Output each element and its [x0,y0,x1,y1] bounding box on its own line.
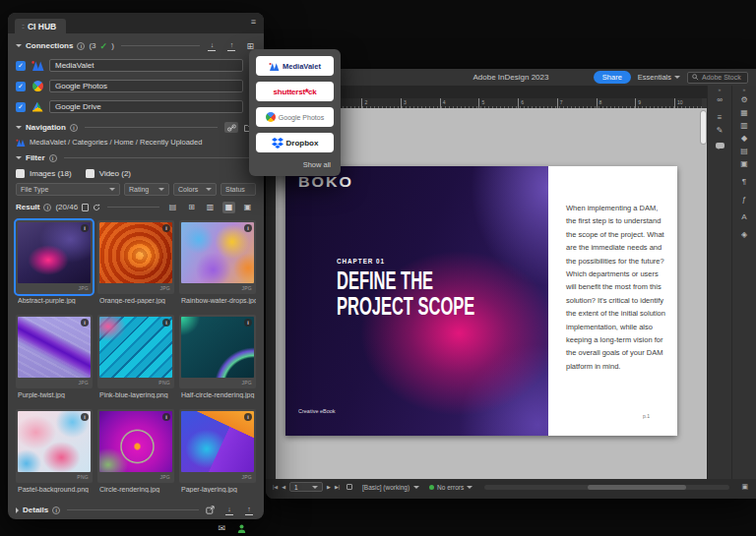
show-all-link[interactable]: Show all [256,158,334,171]
color-panel-icon[interactable]: ▣ [740,157,748,170]
connection-checkbox[interactable]: ✓ [16,102,26,112]
gradient-panel-icon[interactable]: ◈ [741,228,747,241]
asset-thumbnail[interactable]: i JPG Abstract-purple.jpg [16,220,93,304]
annotate-panel-icon[interactable]: ✎ [717,124,724,137]
panel-menu-icon[interactable]: ≡ [251,17,256,27]
cc-libraries-panel-icon[interactable]: ∞ [717,93,723,106]
refresh-icon[interactable] [93,204,100,211]
envelope-icon[interactable]: ✉ [218,523,225,533]
vertical-scrollbar[interactable] [701,111,706,144]
horizontal-scrollbar[interactable] [484,485,729,490]
expand-panels-icon[interactable]: » [743,87,746,93]
asset-filename: Half-circle-rendering.jpg [181,391,256,398]
info-icon[interactable]: i [162,224,170,232]
asset-filename: Pink-blue-layering.png [99,391,174,398]
colors-dropdown[interactable]: Colors [173,183,217,196]
preflight-profile[interactable]: [Basic] (working) [362,484,419,491]
share-button[interactable]: Share [594,71,631,84]
effects-panel-icon[interactable]: ƒ [742,193,746,206]
adobe-stock-search-input[interactable]: Adobe Stock [687,72,748,84]
properties-panel-icon[interactable]: ⚙ [740,93,747,106]
no-errors-dot [429,485,434,490]
asset-filename: Purple-twist.jpg [18,391,93,398]
next-page-button[interactable]: ▶ [327,484,331,490]
collapse-chevron-icon[interactable] [16,126,22,129]
asset-thumbnail[interactable]: i PNG Pink-blue-layering.png [97,315,174,398]
preflight-status[interactable]: No errors [429,484,472,491]
connector-dropbox-button[interactable]: Dropbox [256,133,334,152]
download-icon[interactable]: ↓ [224,506,234,515]
connection-name-field[interactable]: MediaValet [49,59,243,72]
info-icon[interactable]: i [49,154,57,162]
link-icon[interactable] [224,122,238,133]
scrollbar-thumb[interactable] [588,485,686,490]
workspace-switcher[interactable]: Essentials [638,73,680,82]
asset-thumbnail[interactable]: i JPG Rainbow-water-drops.jpg [179,220,256,304]
collapse-chevron-icon[interactable] [16,156,22,159]
info-icon[interactable]: i [244,319,252,327]
external-link-icon[interactable] [206,506,215,514]
upload-icon[interactable]: ↑ [226,41,236,51]
connector-mediavalet-button[interactable]: MediaValet [256,56,334,76]
connection-checkbox[interactable]: ✓ [16,61,26,71]
info-icon[interactable]: i [244,224,252,232]
asset-thumbnail[interactable]: i JPG Circle-rendering.jpg [97,409,174,493]
asset-thumbnail[interactable]: i JPG Half-circle-rendering.jpg [179,315,256,398]
status-dropdown[interactable]: Status [220,183,256,196]
info-icon[interactable]: i [81,413,89,421]
paragraph-styles-panel-icon[interactable]: ¶ [742,175,746,188]
card-view-icon[interactable]: ▣ [241,202,254,213]
connection-name-field[interactable]: Google Photos [49,80,243,92]
pages-panel-icon[interactable]: ▤ [740,145,748,157]
breadcrumb[interactable]: MediaValet / Categories / Home / Recentl… [16,136,256,149]
info-icon[interactable]: i [43,204,51,211]
stroke-panel-icon[interactable]: ≡ [718,111,723,124]
spread-view-icon[interactable]: ▣ [741,483,748,491]
expand-chevron-icon[interactable] [16,507,19,513]
info-icon[interactable]: i [162,413,170,421]
upload-icon[interactable]: ↑ [244,506,254,515]
rotate-spread-icon[interactable] [346,484,352,490]
comments-panel-icon[interactable] [716,143,724,149]
expand-panels-icon[interactable]: » [719,87,722,93]
cihub-tab[interactable]: :: CI HUB [15,19,66,33]
filter-video-checkbox[interactable]: Video (2) [86,169,131,178]
grid-view-icon[interactable]: ▦ [222,202,235,213]
expand-view-icon[interactable]: ⊞ [185,202,198,213]
list-view-icon[interactable]: ▤ [166,202,179,213]
filter-images-checkbox[interactable]: Images (18) [16,169,72,178]
mediavalet-logo-icon [269,62,280,71]
info-icon[interactable]: i [244,413,252,421]
character-styles-panel-icon[interactable]: A [741,210,746,223]
info-icon[interactable]: i [77,42,85,50]
connection-name-field[interactable]: Google Drive [49,100,243,113]
info-icon[interactable]: i [81,224,89,232]
text-page[interactable]: When implementing a DAM, the first step … [548,166,677,436]
info-icon[interactable]: i [52,506,60,514]
asset-thumbnail[interactable]: i JPG Purple-twist.jpg [16,315,93,398]
info-icon[interactable]: i [81,319,89,327]
collapse-chevron-icon[interactable] [16,44,22,47]
copy-page-icon[interactable] [82,204,89,211]
connection-checkbox[interactable]: ✓ [16,82,26,91]
page-number-input[interactable]: 1 [289,482,323,492]
swatches-panel-icon[interactable]: ▦ [740,106,748,119]
download-icon[interactable]: ↓ [207,41,217,51]
links-panel-icon[interactable]: ▥ [740,119,748,132]
cover-page[interactable]: BOKO CHAPTER 01 DEFINE THE PROJECT SCOPE… [285,166,548,436]
connector-shutterstock-button[interactable]: shutterst*ck [256,82,334,101]
table-view-icon[interactable]: ▥ [204,202,217,213]
asset-thumbnail[interactable]: i JPG Orange-red-paper.jpg [97,220,174,304]
layers-panel-icon[interactable]: ◆ [741,132,747,145]
asset-thumbnail[interactable]: i JPG Paper-layering.jpg [179,409,256,493]
rating-dropdown[interactable]: Rating [124,183,169,196]
connector-google-photos-button[interactable]: Google Photos [256,107,334,127]
file-type-dropdown[interactable]: File Type [16,183,120,196]
previous-page-button[interactable]: ◀ [282,484,285,490]
info-icon[interactable]: i [70,124,78,132]
last-page-button[interactable]: ▶| [335,484,340,490]
user-status-icon[interactable] [237,524,246,533]
asset-thumbnail[interactable]: i PNG Pastel-background.png [16,409,93,493]
info-icon[interactable]: i [162,319,170,327]
first-page-button[interactable]: |◀ [273,484,278,490]
